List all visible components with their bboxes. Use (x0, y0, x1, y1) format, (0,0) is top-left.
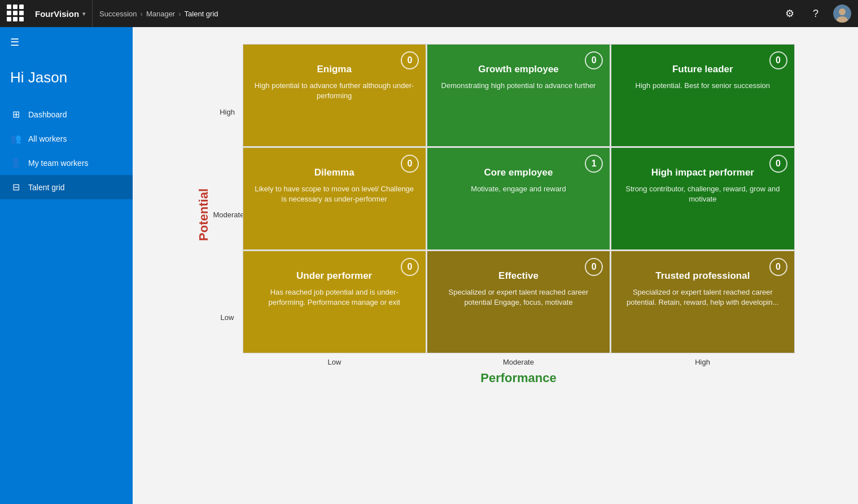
cell-desc-2-0: Has reached job potential and is under-p… (252, 287, 417, 308)
cell-badge-2-2: 0 (769, 258, 787, 276)
talent-grid-icon: ⊟ (10, 182, 21, 192)
topbar-icons: ⚙ ? (781, 5, 851, 23)
breadcrumb-manager[interactable]: Manager (146, 10, 175, 18)
cell-badge-1-2: 0 (769, 155, 787, 173)
potential-label: Potential (196, 189, 211, 241)
cell-2-1[interactable]: 0 Effective Specialized or expert talent… (427, 251, 610, 353)
cell-title-0-0: Enigma (252, 64, 417, 75)
cell-title-1-1: Core employee (436, 167, 601, 178)
left-labels: Potential High Moderate Low (196, 44, 242, 385)
cell-title-0-2: Future leader (620, 64, 785, 75)
brand-chevron-icon: ▾ (82, 11, 85, 17)
cell-title-0-1: Growth employee (436, 64, 601, 75)
sidebar-nav: ⊞ Dashboard 👥 All workers 👤 My team work… (0, 102, 133, 199)
cell-0-0[interactable]: 0 Enigma High potential to advance furth… (243, 45, 426, 146)
cell-badge-2-1: 0 (585, 258, 603, 276)
brand[interactable]: FourVision ▾ (32, 0, 93, 27)
x-tick-low: Low (243, 358, 427, 366)
cell-badge-1-1: 1 (585, 155, 603, 173)
help-icon[interactable]: ? (807, 5, 824, 22)
cell-desc-1-2: Strong contributor, challenge, reward, g… (620, 184, 785, 204)
cell-2-2[interactable]: 0 Trusted professional Specialized or ex… (611, 251, 794, 353)
cell-desc-2-2: Specialized or expert talent reached car… (620, 287, 785, 308)
cell-1-0[interactable]: 0 Dilemma Likely to have scope to move o… (243, 148, 426, 249)
brand-name: FourVision (35, 9, 79, 19)
cell-badge-0-0: 0 (401, 51, 419, 69)
sidebar-item-all-workers-label: All workers (28, 134, 67, 143)
cell-badge-0-1: 0 (585, 51, 603, 69)
row-tick-low: Low (213, 313, 242, 322)
cell-badge-0-2: 0 (769, 51, 787, 69)
cell-0-1[interactable]: 0 Growth employee Demonstrating high pot… (427, 45, 610, 146)
row-ticks: High Moderate Low (213, 61, 242, 369)
grid-outer: Potential High Moderate Low 0 Enigma Hig… (196, 44, 795, 385)
sidebar-item-talent-grid-label: Talent grid (28, 183, 65, 192)
cell-desc-0-1: Demonstrating high potential to advance … (436, 81, 601, 91)
sidebar-item-dashboard-label: Dashboard (28, 110, 67, 119)
breadcrumb-sep-1: › (141, 10, 143, 18)
breadcrumb-sep-2: › (178, 10, 181, 18)
waffle-icon[interactable] (7, 5, 25, 23)
breadcrumb-succession[interactable]: Succession (99, 10, 137, 18)
cell-desc-1-1: Motivate, engage and reward (436, 184, 601, 194)
my-team-icon: 👤 (10, 157, 21, 168)
cell-title-1-2: High impact performer (620, 167, 785, 178)
cell-badge-1-0: 0 (401, 155, 419, 173)
cell-2-0[interactable]: 0 Under performer Has reached job potent… (243, 251, 426, 353)
cell-title-2-2: Trusted professional (620, 270, 785, 282)
row-tick-high: High (213, 108, 242, 116)
main-layout: ☰ Hi Jason ⊞ Dashboard 👥 All workers 👤 M… (0, 27, 858, 504)
sidebar: ☰ Hi Jason ⊞ Dashboard 👥 All workers 👤 M… (0, 27, 133, 504)
cell-desc-0-2: High potential. Best for senior successi… (620, 81, 785, 91)
cell-0-2[interactable]: 0 Future leader High potential. Best for… (611, 45, 794, 146)
sidebar-item-talent-grid[interactable]: ⊟ Talent grid (0, 175, 133, 199)
hamburger-icon[interactable]: ☰ (0, 27, 133, 58)
sidebar-item-all-workers[interactable]: 👥 All workers (0, 126, 133, 151)
settings-icon[interactable]: ⚙ (781, 5, 798, 22)
cell-title-2-0: Under performer (252, 270, 417, 282)
breadcrumb: Succession › Manager › Talent grid (99, 10, 774, 18)
cell-title-1-0: Dilemma (252, 167, 417, 178)
cell-1-1[interactable]: 1 Core employee Motivate, engage and rew… (427, 148, 610, 249)
row-tick-moderate: Moderate (213, 211, 242, 219)
svg-point-1 (839, 8, 846, 15)
topbar: FourVision ▾ Succession › Manager › Tale… (0, 0, 858, 27)
cell-1-2[interactable]: 0 High impact performer Strong contribut… (611, 148, 794, 249)
sidebar-item-my-team-workers[interactable]: 👤 My team workers (0, 151, 133, 175)
x-tick-moderate: Moderate (427, 358, 611, 366)
sidebar-item-dashboard[interactable]: ⊞ Dashboard (0, 102, 133, 126)
performance-label: Performance (243, 371, 795, 385)
avatar[interactable] (833, 5, 851, 23)
sidebar-greeting: Hi Jason (0, 58, 133, 102)
sidebar-item-my-team-label: My team workers (28, 159, 89, 168)
breadcrumb-talent-grid: Talent grid (185, 10, 218, 18)
cell-badge-2-0: 0 (401, 258, 419, 276)
cell-desc-1-0: Likely to have scope to move on level/ C… (252, 184, 417, 204)
all-workers-icon: 👥 (10, 133, 21, 144)
cell-desc-2-1: Specialized or expert talent reached car… (436, 287, 601, 308)
talent-grid: 0 Enigma High potential to advance furth… (243, 44, 795, 353)
cell-title-2-1: Effective (436, 270, 601, 282)
dashboard-icon: ⊞ (10, 109, 21, 120)
x-axis: Low Moderate High (243, 358, 795, 366)
cell-desc-0-0: High potential to advance further althou… (252, 81, 417, 101)
x-tick-high: High (611, 358, 795, 366)
grid-section: 0 Enigma High potential to advance furth… (243, 44, 795, 385)
content-area: Potential High Moderate Low 0 Enigma Hig… (133, 27, 858, 504)
